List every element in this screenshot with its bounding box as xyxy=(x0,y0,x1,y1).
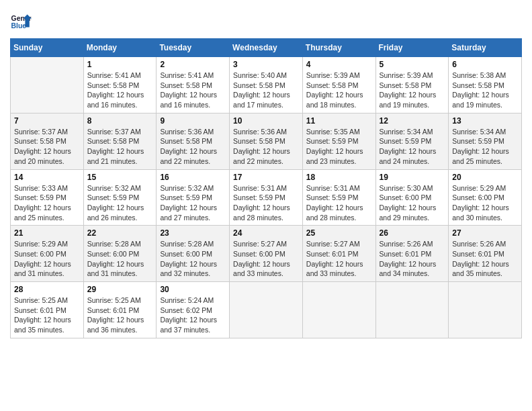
calendar-cell: 10Sunrise: 5:36 AM Sunset: 5:58 PM Dayli… xyxy=(230,113,303,169)
calendar-week-2: 7Sunrise: 5:37 AM Sunset: 5:58 PM Daylig… xyxy=(11,113,522,169)
day-number: 5 xyxy=(380,60,445,69)
day-info: Sunrise: 5:34 AM Sunset: 5:59 PM Dayligh… xyxy=(380,127,445,167)
day-number: 30 xyxy=(160,285,226,294)
day-info: Sunrise: 5:37 AM Sunset: 5:58 PM Dayligh… xyxy=(87,127,153,167)
day-number: 20 xyxy=(452,173,518,182)
day-info: Sunrise: 5:29 AM Sunset: 6:00 PM Dayligh… xyxy=(14,239,80,279)
day-number: 26 xyxy=(380,228,445,238)
calendar-cell xyxy=(230,282,303,338)
day-number: 23 xyxy=(160,228,226,238)
day-number: 25 xyxy=(306,228,372,238)
day-info: Sunrise: 5:30 AM Sunset: 6:00 PM Dayligh… xyxy=(380,183,445,223)
day-info: Sunrise: 5:29 AM Sunset: 6:00 PM Dayligh… xyxy=(452,183,518,223)
calendar-cell: 2Sunrise: 5:41 AM Sunset: 5:58 PM Daylig… xyxy=(157,57,230,113)
calendar-cell: 9Sunrise: 5:36 AM Sunset: 5:58 PM Daylig… xyxy=(157,113,230,169)
day-number: 27 xyxy=(452,228,518,238)
day-info: Sunrise: 5:41 AM Sunset: 5:58 PM Dayligh… xyxy=(87,71,153,110)
svg-text:Blue: Blue xyxy=(11,22,27,30)
calendar-cell: 22Sunrise: 5:28 AM Sunset: 6:00 PM Dayli… xyxy=(83,226,157,282)
day-number: 1 xyxy=(87,60,153,69)
day-info: Sunrise: 5:38 AM Sunset: 5:58 PM Dayligh… xyxy=(452,71,518,110)
day-number: 3 xyxy=(233,60,299,69)
day-number: 18 xyxy=(306,173,372,182)
day-info: Sunrise: 5:31 AM Sunset: 5:59 PM Dayligh… xyxy=(306,183,372,223)
day-number: 21 xyxy=(14,228,80,238)
day-number: 13 xyxy=(452,116,518,126)
day-info: Sunrise: 5:25 AM Sunset: 6:01 PM Dayligh… xyxy=(87,295,153,335)
calendar-cell: 25Sunrise: 5:27 AM Sunset: 6:01 PM Dayli… xyxy=(302,226,375,282)
day-info: Sunrise: 5:36 AM Sunset: 5:58 PM Dayligh… xyxy=(160,127,226,167)
calendar-cell: 6Sunrise: 5:38 AM Sunset: 5:58 PM Daylig… xyxy=(449,57,522,113)
day-number: 15 xyxy=(87,173,153,182)
day-number: 7 xyxy=(14,116,80,126)
calendar-cell xyxy=(302,282,375,338)
day-number: 22 xyxy=(87,228,153,238)
calendar-header-friday: Friday xyxy=(375,39,449,57)
calendar-cell xyxy=(375,282,449,338)
calendar-cell: 24Sunrise: 5:27 AM Sunset: 6:00 PM Dayli… xyxy=(230,226,303,282)
logo: General Blue xyxy=(10,10,32,32)
calendar-cell: 11Sunrise: 5:35 AM Sunset: 5:59 PM Dayli… xyxy=(302,113,375,169)
day-number: 6 xyxy=(452,60,518,69)
calendar-cell: 1Sunrise: 5:41 AM Sunset: 5:58 PM Daylig… xyxy=(83,57,157,113)
calendar-week-3: 14Sunrise: 5:33 AM Sunset: 5:59 PM Dayli… xyxy=(11,169,522,226)
calendar-cell: 29Sunrise: 5:25 AM Sunset: 6:01 PM Dayli… xyxy=(83,282,157,338)
calendar-cell xyxy=(449,282,522,338)
calendar-week-4: 21Sunrise: 5:29 AM Sunset: 6:00 PM Dayli… xyxy=(11,226,522,282)
calendar-cell: 21Sunrise: 5:29 AM Sunset: 6:00 PM Dayli… xyxy=(11,226,84,282)
calendar-cell: 18Sunrise: 5:31 AM Sunset: 5:59 PM Dayli… xyxy=(302,169,375,226)
day-info: Sunrise: 5:27 AM Sunset: 6:01 PM Dayligh… xyxy=(306,239,372,279)
day-info: Sunrise: 5:31 AM Sunset: 5:59 PM Dayligh… xyxy=(233,183,299,223)
day-number: 17 xyxy=(233,173,299,182)
calendar-cell: 26Sunrise: 5:26 AM Sunset: 6:01 PM Dayli… xyxy=(375,226,449,282)
calendar-cell: 19Sunrise: 5:30 AM Sunset: 6:00 PM Dayli… xyxy=(375,169,449,226)
day-info: Sunrise: 5:37 AM Sunset: 5:58 PM Dayligh… xyxy=(14,127,80,167)
calendar-cell: 7Sunrise: 5:37 AM Sunset: 5:58 PM Daylig… xyxy=(11,113,84,169)
day-number: 8 xyxy=(87,116,153,126)
day-number: 10 xyxy=(233,116,299,126)
day-info: Sunrise: 5:34 AM Sunset: 5:59 PM Dayligh… xyxy=(452,127,518,167)
day-info: Sunrise: 5:27 AM Sunset: 6:00 PM Dayligh… xyxy=(233,239,299,279)
calendar-header-tuesday: Tuesday xyxy=(157,39,230,57)
calendar-cell: 3Sunrise: 5:40 AM Sunset: 5:58 PM Daylig… xyxy=(230,57,303,113)
day-info: Sunrise: 5:33 AM Sunset: 5:59 PM Dayligh… xyxy=(14,183,80,223)
day-number: 9 xyxy=(160,116,226,126)
calendar-header-wednesday: Wednesday xyxy=(230,39,303,57)
day-info: Sunrise: 5:32 AM Sunset: 5:59 PM Dayligh… xyxy=(160,183,226,223)
day-info: Sunrise: 5:28 AM Sunset: 6:00 PM Dayligh… xyxy=(160,239,226,279)
day-number: 14 xyxy=(14,173,80,182)
day-number: 19 xyxy=(380,173,445,182)
calendar-cell: 20Sunrise: 5:29 AM Sunset: 6:00 PM Dayli… xyxy=(449,169,522,226)
page-header: General Blue xyxy=(10,10,522,32)
day-info: Sunrise: 5:41 AM Sunset: 5:58 PM Dayligh… xyxy=(160,71,226,110)
day-info: Sunrise: 5:39 AM Sunset: 5:58 PM Dayligh… xyxy=(380,71,445,110)
calendar-header-sunday: Sunday xyxy=(11,39,84,57)
calendar-week-5: 28Sunrise: 5:25 AM Sunset: 6:01 PM Dayli… xyxy=(11,282,522,338)
day-info: Sunrise: 5:40 AM Sunset: 5:58 PM Dayligh… xyxy=(233,71,299,110)
calendar-cell: 8Sunrise: 5:37 AM Sunset: 5:58 PM Daylig… xyxy=(83,113,157,169)
calendar-table: SundayMondayTuesdayWednesdayThursdayFrid… xyxy=(10,38,522,338)
calendar-week-1: 1Sunrise: 5:41 AM Sunset: 5:58 PM Daylig… xyxy=(11,57,522,113)
calendar-cell: 5Sunrise: 5:39 AM Sunset: 5:58 PM Daylig… xyxy=(375,57,449,113)
day-info: Sunrise: 5:24 AM Sunset: 6:02 PM Dayligh… xyxy=(160,295,226,335)
calendar-cell: 16Sunrise: 5:32 AM Sunset: 5:59 PM Dayli… xyxy=(157,169,230,226)
day-info: Sunrise: 5:26 AM Sunset: 6:01 PM Dayligh… xyxy=(452,239,518,279)
logo-icon: General Blue xyxy=(10,10,32,32)
day-info: Sunrise: 5:36 AM Sunset: 5:58 PM Dayligh… xyxy=(233,127,299,167)
calendar-cell: 13Sunrise: 5:34 AM Sunset: 5:59 PM Dayli… xyxy=(449,113,522,169)
day-number: 29 xyxy=(87,285,153,294)
day-info: Sunrise: 5:26 AM Sunset: 6:01 PM Dayligh… xyxy=(380,239,445,279)
day-info: Sunrise: 5:35 AM Sunset: 5:59 PM Dayligh… xyxy=(306,127,372,167)
calendar-cell xyxy=(11,57,84,113)
calendar-header-monday: Monday xyxy=(83,39,157,57)
calendar-cell: 27Sunrise: 5:26 AM Sunset: 6:01 PM Dayli… xyxy=(449,226,522,282)
day-number: 12 xyxy=(380,116,445,126)
calendar-header-row: SundayMondayTuesdayWednesdayThursdayFrid… xyxy=(11,39,522,57)
calendar-header-thursday: Thursday xyxy=(302,39,375,57)
calendar-cell: 28Sunrise: 5:25 AM Sunset: 6:01 PM Dayli… xyxy=(11,282,84,338)
day-info: Sunrise: 5:32 AM Sunset: 5:59 PM Dayligh… xyxy=(87,183,153,223)
calendar-cell: 23Sunrise: 5:28 AM Sunset: 6:00 PM Dayli… xyxy=(157,226,230,282)
day-number: 4 xyxy=(306,60,372,69)
calendar-cell: 12Sunrise: 5:34 AM Sunset: 5:59 PM Dayli… xyxy=(375,113,449,169)
day-info: Sunrise: 5:28 AM Sunset: 6:00 PM Dayligh… xyxy=(87,239,153,279)
